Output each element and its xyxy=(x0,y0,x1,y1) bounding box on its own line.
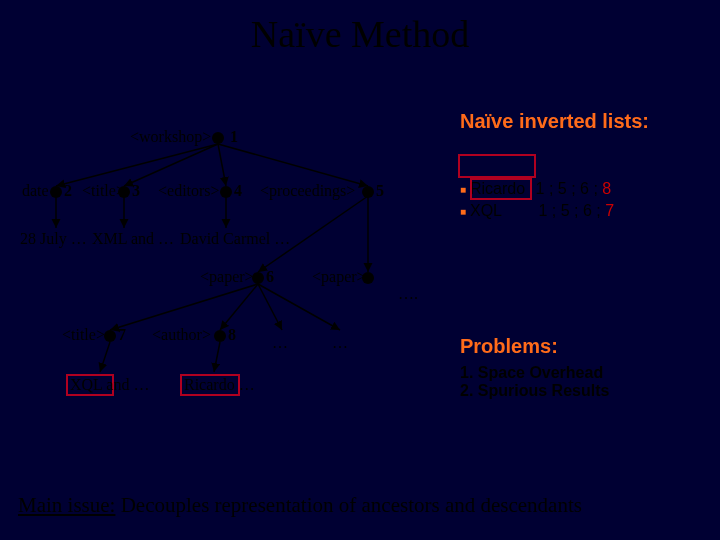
node-1-dot xyxy=(212,132,224,144)
node-5-dot xyxy=(362,186,374,198)
node-5-label: <proceedings> xyxy=(260,182,355,200)
node-4-num: 4 xyxy=(234,182,242,200)
node-5-num: 5 xyxy=(376,182,384,200)
node-8a-content: … xyxy=(272,334,288,352)
node-4-label: <editors> xyxy=(158,182,220,200)
bullet-icon: ■ xyxy=(460,206,470,217)
node-6b-dot xyxy=(362,272,374,284)
bullet-icon: ■ xyxy=(460,184,470,195)
node-1-label: <workshop> xyxy=(130,128,211,146)
node-2-num: 2 xyxy=(64,182,72,200)
svg-line-13 xyxy=(100,342,110,372)
node-7-num: 7 xyxy=(118,326,126,344)
svg-line-2 xyxy=(218,144,226,186)
svg-line-3 xyxy=(218,144,368,186)
node-8b-content: … xyxy=(332,334,348,352)
node-6-dot xyxy=(252,272,264,284)
inverted-extra-0: 8 xyxy=(602,180,611,197)
node-7-dot xyxy=(104,330,116,342)
node-3-dot xyxy=(118,186,130,198)
inverted-extra-1: 7 xyxy=(605,202,614,219)
diagram-canvas: <workshop> 1 date 2 <title> 3 <editors> … xyxy=(0,0,720,540)
node-8-label: <author> xyxy=(152,326,211,344)
node-3-num: 3 xyxy=(132,182,140,200)
inverted-ids-1: 1 ; 5 ; 6 ; xyxy=(538,202,600,219)
svg-line-14 xyxy=(214,342,220,372)
node-8-num: 8 xyxy=(228,326,236,344)
node-2-content: 28 July … xyxy=(20,230,87,248)
problems-heading: Problems: xyxy=(460,335,710,358)
node-3-content: XML and … xyxy=(92,230,174,248)
inverted-term-1: XQL xyxy=(470,202,502,219)
problems-panel: Problems: 1. Space Overhead 2. Spurious … xyxy=(460,335,710,400)
svg-line-10 xyxy=(220,284,258,330)
inverted-row-1: ■XQL 1 ; 5 ; 6 ; 7 xyxy=(460,202,710,220)
footer-line: Main issue: Decouples representation of … xyxy=(18,493,702,518)
node-6b-label: <paper> xyxy=(312,268,366,286)
node-6-label: <paper> xyxy=(200,268,254,286)
inverted-lists-heading: Naïve inverted lists: xyxy=(460,110,710,133)
inverted-lists-panel: Naïve inverted lists: xyxy=(460,110,710,133)
node-2-dot xyxy=(50,186,62,198)
svg-line-9 xyxy=(110,284,258,330)
node-8-dot xyxy=(214,330,226,342)
node-7-content: XQL and … xyxy=(70,376,149,394)
node-7-label: <title> xyxy=(62,326,105,344)
node-2-label: date xyxy=(22,182,49,200)
inverted-ids-0: 1 ; 5 ; 6 ; xyxy=(536,180,598,197)
highlight-box-ricardo-term xyxy=(470,178,532,200)
node-6b-content: …. xyxy=(398,285,418,303)
node-4-content: David Carmel … xyxy=(180,230,290,248)
node-1-num: 1 xyxy=(230,128,238,146)
footer-rest: Decouples representation of ancestors an… xyxy=(115,493,582,517)
problems-item-0: 1. Space Overhead xyxy=(460,364,710,382)
node-8-content: Ricardo … xyxy=(184,376,255,394)
highlight-box-lists xyxy=(458,154,536,178)
node-4-dot xyxy=(220,186,232,198)
problems-item-1: 2. Spurious Results xyxy=(460,382,710,400)
node-6-num: 6 xyxy=(266,268,274,286)
footer-lead: Main issue: xyxy=(18,493,115,517)
